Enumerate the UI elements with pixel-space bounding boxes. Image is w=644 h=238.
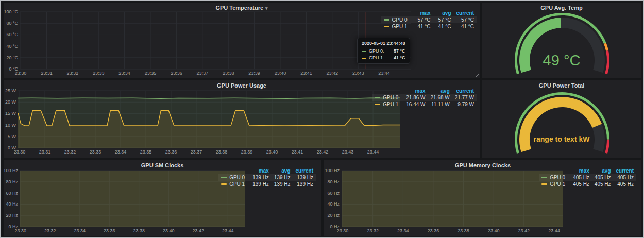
svg-text:25 W: 25 W: [5, 89, 16, 93]
svg-text:23:32: 23:32: [44, 228, 56, 233]
legend-value: 9.79 W: [452, 101, 477, 108]
sm-clocks-chart[interactable]: 23:3023:3223:3423:3623:3823:4023:4223:44…: [4, 168, 248, 235]
legend-value: 405 Hz: [614, 174, 636, 181]
svg-text:100 °C: 100 °C: [4, 10, 18, 14]
legend-value: 41 °C: [413, 23, 433, 30]
panel-title-text: GPU Power Usage: [217, 82, 266, 89]
panel-gpu-temperature: GPU Temperature▾ 23:3023:3123:3223:3323:…: [4, 3, 480, 78]
legend-row-gpu-0[interactable]: GPU 0139 Hz139 Hz139 Hz: [218, 174, 316, 181]
series-dash-icon: [541, 183, 547, 185]
panel-gpu-sm-clocks: GPU SM Clocks 23:3023:3223:3423:3623:382…: [4, 160, 321, 236]
legend-header[interactable]: current: [614, 167, 636, 174]
legend-header[interactable]: max: [413, 10, 433, 16]
series-dash-icon: [384, 26, 389, 27]
memory-clocks-chart[interactable]: 23:3023:3223:3423:3623:3823:4023:4223:44…: [324, 168, 566, 235]
legend-header[interactable]: avg: [592, 167, 614, 174]
svg-text:20 °C: 20 °C: [6, 55, 18, 60]
series-dash-icon: [375, 104, 380, 105]
series-line-gpu-0: [18, 98, 400, 98]
legend-header[interactable]: current: [293, 167, 316, 174]
panel-resize-handle[interactable]: [474, 72, 479, 77]
svg-text:23:32: 23:32: [367, 228, 379, 233]
svg-text:23:44: 23:44: [367, 149, 379, 155]
tooltip-row: GPU 0:57 °C: [362, 48, 405, 55]
legend-value: 139 Hz: [250, 181, 272, 188]
grafana-dashboard: GPU Temperature▾ 23:3023:3123:3223:3323:…: [0, 0, 644, 238]
series-dash-icon: [221, 183, 227, 185]
svg-text:80 Hz: 80 Hz: [6, 179, 18, 184]
svg-text:23:42: 23:42: [317, 149, 329, 155]
svg-text:23:33: 23:33: [93, 71, 105, 76]
panel-title-text: GPU Memory Clocks: [455, 162, 511, 168]
svg-text:23:44: 23:44: [222, 228, 234, 233]
legend-value: 139 Hz: [272, 174, 293, 181]
svg-text:23:34: 23:34: [115, 149, 127, 155]
svg-text:23:40: 23:40: [275, 71, 286, 76]
svg-text:23:39: 23:39: [241, 149, 253, 155]
temperature-legend: maxavgcurrentGPU 057 °C57 °C57 °CGPU 141…: [381, 10, 477, 30]
legend-value: 405 Hz: [570, 174, 592, 181]
legend-header[interactable]: avg: [272, 167, 293, 174]
legend-row-gpu-1[interactable]: GPU 1405 Hz405 Hz405 Hz: [539, 181, 636, 188]
legend-header-row: maxavgcurrent: [372, 88, 477, 94]
legend-value: 57 °C: [454, 16, 477, 23]
legend-value: 405 Hz: [570, 181, 592, 188]
svg-text:23:31: 23:31: [41, 71, 53, 76]
svg-text:23:37: 23:37: [191, 149, 202, 155]
svg-text:23:42: 23:42: [192, 228, 204, 233]
legend-value: 139 Hz: [250, 174, 272, 181]
legend-value: 21.86 W: [403, 94, 428, 101]
svg-text:100 Hz: 100 Hz: [325, 168, 340, 173]
legend-header[interactable]: avg: [428, 88, 452, 94]
gauge-value-text: range to text kW: [482, 135, 641, 143]
memory-clocks-legend: maxavgcurrentGPU 0405 Hz405 Hz405 HzGPU …: [539, 167, 636, 188]
svg-text:23:31: 23:31: [39, 149, 51, 155]
series-area: [342, 168, 563, 227]
series-dash-icon: [541, 177, 547, 178]
legend-value: 16.44 W: [403, 101, 428, 108]
legend-header[interactable]: max: [250, 167, 272, 174]
svg-text:23:35: 23:35: [145, 71, 157, 76]
svg-text:100 Hz: 100 Hz: [4, 168, 18, 173]
legend-header[interactable]: current: [454, 10, 477, 16]
legend-header[interactable]: current: [452, 88, 477, 94]
svg-text:23:37: 23:37: [197, 71, 209, 76]
legend-value: 139 Hz: [293, 174, 316, 181]
series-dash-icon: [362, 51, 366, 52]
legend-header[interactable]: max: [570, 167, 592, 174]
legend-row-gpu-1[interactable]: GPU 116.44 W11.11 W9.79 W: [372, 101, 477, 108]
legend-value: 139 Hz: [272, 181, 293, 188]
legend-row-gpu-0[interactable]: GPU 057 °C57 °C57 °C: [381, 16, 477, 23]
svg-text:0 Hz: 0 Hz: [8, 224, 18, 229]
svg-text:23:38: 23:38: [133, 228, 145, 233]
svg-text:23:40: 23:40: [163, 228, 175, 233]
svg-text:60 Hz: 60 Hz: [6, 191, 18, 196]
legend-value: 405 Hz: [614, 181, 636, 188]
svg-text:23:32: 23:32: [67, 71, 79, 76]
svg-text:0 W: 0 W: [8, 145, 16, 150]
svg-text:23:32: 23:32: [64, 149, 76, 155]
legend-row-gpu-0[interactable]: GPU 0405 Hz405 Hz405 Hz: [539, 174, 636, 181]
svg-text:23:36: 23:36: [428, 228, 439, 233]
panel-gpu-power-usage: GPU Power Usage 23:3023:3123:3223:3323:3…: [4, 80, 480, 158]
series-dash-icon: [221, 177, 227, 178]
svg-text:23:41: 23:41: [292, 149, 303, 155]
legend-value: 405 Hz: [592, 181, 614, 188]
legend-value: 21.68 W: [428, 94, 452, 101]
svg-text:0 Hz: 0 Hz: [330, 224, 340, 229]
tooltip-series-name: GPU 1:: [369, 55, 384, 61]
legend-header[interactable]: avg: [433, 10, 454, 16]
svg-text:23:33: 23:33: [90, 149, 101, 155]
legend-row-gpu-1[interactable]: GPU 141 °C41 °C41 °C: [381, 23, 477, 30]
tooltip-row: GPU 1:41 °C: [362, 55, 405, 61]
temperature-chart[interactable]: 23:3023:3123:3223:3323:3423:3523:3623:37…: [4, 10, 416, 78]
svg-text:23:41: 23:41: [300, 71, 312, 76]
legend-value: 405 Hz: [592, 174, 614, 181]
svg-text:0 °C: 0 °C: [9, 66, 18, 72]
svg-text:40 °C: 40 °C: [6, 44, 18, 49]
legend-row-gpu-0[interactable]: GPU 021.86 W21.68 W21.77 W: [372, 94, 477, 101]
legend-row-gpu-1[interactable]: GPU 1139 Hz139 Hz139 Hz: [218, 181, 316, 188]
power-usage-chart[interactable]: 23:3023:3123:3223:3323:3423:3523:3623:37…: [4, 89, 405, 157]
svg-text:23:35: 23:35: [140, 149, 152, 155]
legend-header[interactable]: max: [403, 88, 428, 94]
